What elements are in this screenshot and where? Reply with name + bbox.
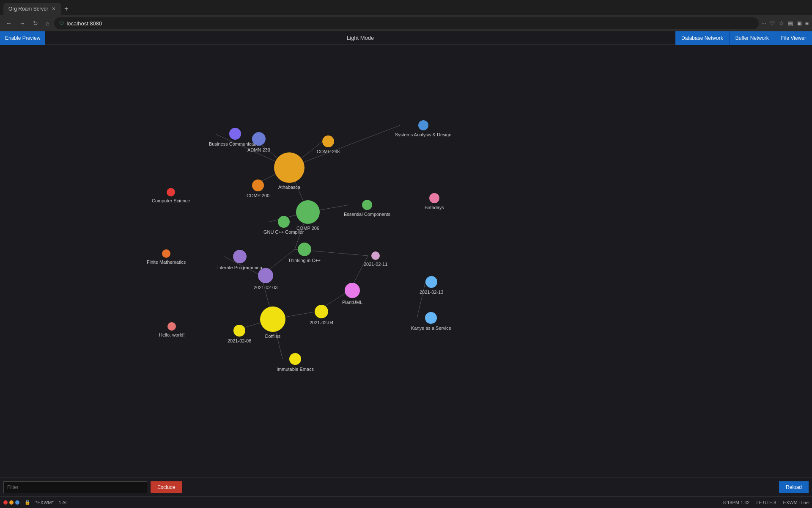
- node-athabasca[interactable]: Athabasca: [274, 152, 304, 190]
- lock-icon: 🔒: [25, 500, 30, 505]
- status-dots: [3, 500, 19, 505]
- node-label-dotfiles: Dotfiles: [265, 334, 281, 339]
- forward-button[interactable]: →: [17, 18, 28, 28]
- reload-browser-button[interactable]: ↻: [30, 18, 41, 28]
- node-label-2021-02-03: 2021-02-03: [254, 285, 277, 290]
- node-label-gnu-cpp: GNU C++ Compiler: [263, 229, 304, 235]
- node-circle-business-communication: [229, 128, 241, 140]
- mode-display: EXWM : line: [783, 500, 809, 505]
- node-circle-immutable-emacs: [289, 353, 301, 365]
- dot-orange: [9, 500, 14, 505]
- node-birthdays[interactable]: Birthdays: [425, 193, 444, 210]
- encoding-display: LF UTF-8: [756, 500, 776, 505]
- node-2021-02-03[interactable]: 2021-02-03: [254, 268, 277, 290]
- node-circle-2021-02-03: [258, 268, 273, 283]
- home-button[interactable]: ⌂: [43, 18, 52, 28]
- node-systems-analysis[interactable]: Systems Analysis & Design: [395, 120, 451, 137]
- node-kanye-as-service[interactable]: Kanye as a Service: [411, 312, 451, 331]
- tab-bar: Org Roam Server ✕ +: [0, 0, 812, 15]
- node-circle-hello-world: [167, 322, 176, 331]
- nav-right-icons: ··· ♡ ☆ ▤ ▣ ≡: [761, 20, 809, 27]
- node-circle-2021-02-11: [371, 251, 380, 260]
- exclude-button[interactable]: Exclude: [151, 481, 182, 493]
- node-circle-dotfiles: [260, 306, 285, 332]
- node-comp-200[interactable]: COMP 200: [247, 179, 269, 198]
- network-canvas: Business CommunicationADMN 233COMP 268Sy…: [0, 45, 812, 478]
- enable-preview-button[interactable]: Enable Preview: [0, 31, 45, 45]
- favorites-icon[interactable]: ♡: [770, 20, 775, 27]
- node-label-admn-233: ADMN 233: [247, 147, 270, 152]
- database-network-button[interactable]: Database Network: [675, 31, 730, 45]
- node-label-birthdays: Birthdays: [425, 205, 444, 210]
- bottom-bar: Exclude Reload: [0, 478, 812, 496]
- node-essential-components[interactable]: Essential Components: [344, 200, 390, 217]
- mode-label: Light Mode: [45, 35, 675, 41]
- node-hello-world[interactable]: Hello, world!: [159, 322, 185, 337]
- node-circle-2021-02-08: [233, 325, 245, 337]
- node-finite-mathematics[interactable]: Finite Mathematics: [147, 249, 186, 265]
- node-computer-science[interactable]: Computer Science: [152, 188, 190, 203]
- file-viewer-button[interactable]: File Viewer: [775, 31, 812, 45]
- node-circle-kanye-as-service: [425, 312, 437, 324]
- node-circle-comp-268: [322, 135, 334, 147]
- node-2021-02-11[interactable]: 2021-02-11: [364, 251, 387, 267]
- node-label-systems-analysis: Systems Analysis & Design: [395, 132, 451, 137]
- network-edges: [0, 45, 812, 478]
- node-circle-2021-02-13: [425, 276, 437, 288]
- back-button[interactable]: ←: [3, 18, 14, 28]
- node-comp-268[interactable]: COMP 268: [317, 135, 340, 154]
- dot-red: [3, 500, 8, 505]
- node-label-2021-02-11: 2021-02-11: [364, 262, 387, 267]
- reading-view-icon[interactable]: ▤: [787, 20, 793, 27]
- node-circle-essential-components: [362, 200, 372, 210]
- node-thinking-cpp[interactable]: Thinking in C++: [288, 243, 321, 263]
- extensions-icon[interactable]: ···: [761, 20, 766, 27]
- node-label-kanye-as-service: Kanye as a Service: [411, 326, 451, 331]
- node-circle-plantUML: [345, 283, 360, 298]
- url-display: localhost:8080: [66, 20, 754, 27]
- network-edge: [289, 125, 400, 168]
- node-dotfiles[interactable]: Dotfiles: [260, 306, 285, 339]
- node-label-2021-02-13: 2021-02-13: [420, 290, 443, 295]
- split-view-icon[interactable]: ▣: [796, 20, 802, 27]
- star-icon[interactable]: ☆: [779, 20, 784, 27]
- node-circle-birthdays: [429, 193, 439, 203]
- app-bar-nav: Database Network Buffer Network File Vie…: [675, 31, 812, 45]
- node-circle-comp-200: [252, 179, 264, 191]
- node-circle-admn-233: [252, 132, 266, 146]
- node-label-finite-mathematics: Finite Mathematics: [147, 260, 186, 265]
- node-circle-computer-science: [167, 188, 175, 196]
- node-label-computer-science: Computer Science: [152, 198, 190, 203]
- node-label-2021-02-04: 2021-02-04: [310, 320, 333, 325]
- close-tab-icon[interactable]: ✕: [52, 6, 56, 12]
- node-label-comp-200: COMP 200: [247, 193, 269, 198]
- node-gnu-cpp[interactable]: GNU C++ Compiler: [263, 216, 304, 235]
- status-bar: 🔒 *EXWM* 1 All 8:18PM 1.42 LF UTF-8 EXWM…: [0, 496, 812, 508]
- menu-icon[interactable]: ≡: [805, 20, 809, 27]
- workspace-label: 1 All: [59, 500, 68, 505]
- filter-input[interactable]: [3, 481, 147, 493]
- reload-button[interactable]: Reload: [779, 481, 809, 493]
- status-right: 8:18PM 1.42 LF UTF-8 EXWM : line: [723, 500, 809, 505]
- exwm-label: *EXWM*: [36, 500, 54, 505]
- buffer-network-button[interactable]: Buffer Network: [730, 31, 775, 45]
- node-circle-thinking-cpp: [298, 243, 311, 256]
- node-label-comp-268: COMP 268: [317, 149, 340, 154]
- node-plantUML[interactable]: PlantUML: [342, 283, 362, 305]
- node-2021-02-08[interactable]: 2021-02-08: [228, 325, 251, 343]
- node-admn-233[interactable]: ADMN 233: [247, 132, 270, 152]
- node-2021-02-13[interactable]: 2021-02-13: [420, 276, 443, 295]
- new-tab-button[interactable]: +: [61, 5, 71, 13]
- node-label-immutable-emacs: Immutable Emacs: [277, 367, 314, 372]
- security-icon: 🛡: [59, 21, 64, 26]
- nav-bar: ← → ↻ ⌂ 🛡 localhost:8080 ··· ♡ ☆ ▤ ▣ ≡: [0, 15, 812, 31]
- node-circle-gnu-cpp: [278, 216, 290, 228]
- dot-blue: [15, 500, 19, 505]
- node-immutable-emacs[interactable]: Immutable Emacs: [277, 353, 314, 372]
- tab-title: Org Roam Server: [8, 6, 48, 12]
- active-tab[interactable]: Org Roam Server ✕: [3, 3, 61, 15]
- app-bar: Enable Preview Light Mode Database Netwo…: [0, 31, 812, 45]
- node-2021-02-04[interactable]: 2021-02-04: [310, 305, 333, 325]
- address-bar[interactable]: 🛡 localhost:8080: [54, 17, 759, 29]
- node-literate-programming[interactable]: Literate Programming: [217, 250, 262, 270]
